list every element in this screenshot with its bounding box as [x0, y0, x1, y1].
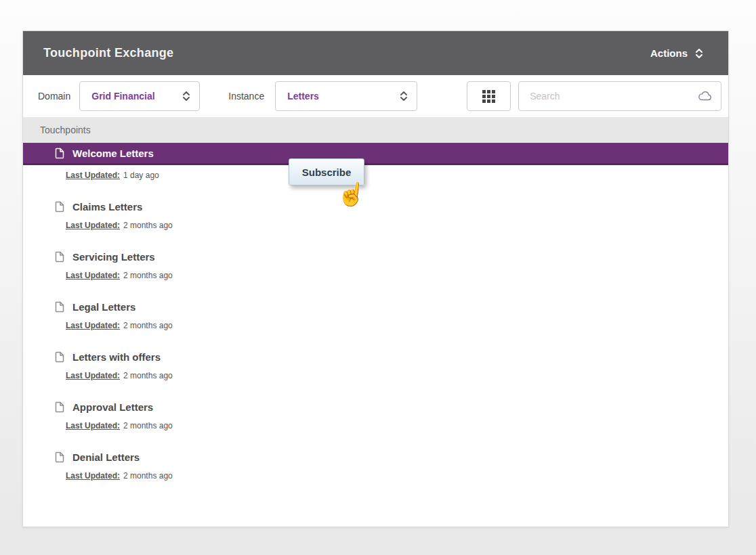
last-updated-label: Last Updated:	[66, 321, 120, 330]
touchpoint-row[interactable]: Approval Letters	[23, 398, 728, 416]
last-updated: Last Updated:2 months ago	[23, 271, 728, 280]
touchpoint-row[interactable]: Servicing Letters	[23, 248, 728, 265]
search-box	[518, 81, 721, 111]
last-updated-label: Last Updated:	[66, 371, 120, 380]
domain-select-value: Grid Financial	[91, 91, 154, 102]
touchpoint-row[interactable]: Legal Letters	[23, 298, 728, 315]
domain-select[interactable]: Grid Financial	[79, 81, 200, 111]
touchpoint-item: Approval Letters Last Updated:2 months a…	[23, 398, 728, 430]
toolbar: Domain Grid Financial Instance Letters	[23, 75, 728, 117]
instance-select-value: Letters	[287, 91, 319, 102]
last-updated-value: 1 day ago	[123, 171, 159, 180]
last-updated-label: Last Updated:	[66, 271, 120, 280]
cloud-icon	[698, 91, 713, 102]
touchpoint-title: Approval Letters	[72, 401, 153, 413]
chevron-up-down-icon	[400, 91, 407, 102]
touchpoint-item: Servicing Letters Last Updated:2 months …	[23, 248, 728, 280]
touchpoint-title: Letters with offers	[72, 351, 161, 363]
instance-label: Instance	[228, 91, 264, 102]
actions-label: Actions	[650, 47, 688, 59]
last-updated-value: 2 months ago	[123, 471, 173, 481]
last-updated: Last Updated:2 months ago	[23, 471, 728, 481]
last-updated-value: 2 months ago	[123, 321, 173, 330]
touchpoint-list: Welcome Letters Last Updated:1 day ago C…	[23, 143, 728, 481]
last-updated: Last Updated:2 months ago	[23, 321, 728, 330]
page-title: Touchpoint Exchange	[43, 46, 173, 60]
touchpoint-item: Denial Letters Last Updated:2 months ago	[23, 448, 728, 481]
document-icon	[55, 201, 64, 213]
section-title: Touchpoints	[40, 125, 91, 135]
last-updated-value: 2 months ago	[123, 421, 173, 430]
last-updated-label: Last Updated:	[66, 221, 120, 230]
subscribe-label: Subscribe	[302, 166, 352, 178]
last-updated: Last Updated:2 months ago	[23, 221, 728, 230]
last-updated: Last Updated:2 months ago	[23, 371, 728, 380]
chevron-up-down-icon	[183, 91, 190, 102]
touchpoint-title: Legal Letters	[72, 301, 135, 313]
touchpoint-row[interactable]: Letters with offers	[23, 348, 728, 365]
grid-icon	[482, 90, 495, 103]
touchpoint-exchange-panel: Touchpoint Exchange Actions Domain Grid …	[22, 30, 729, 527]
actions-menu[interactable]: Actions	[650, 47, 702, 59]
spinner-icon	[696, 48, 702, 59]
grid-view-button[interactable]	[467, 81, 511, 111]
touchpoint-item: Letters with offers Last Updated:2 month…	[23, 348, 728, 380]
document-icon	[55, 148, 64, 159]
document-icon	[55, 351, 64, 363]
touchpoint-title: Servicing Letters	[72, 251, 155, 263]
document-icon	[55, 301, 64, 313]
document-icon	[55, 251, 64, 263]
touchpoint-title: Denial Letters	[72, 451, 140, 463]
touchpoint-row[interactable]: Claims Letters	[23, 198, 728, 215]
last-updated-label: Last Updated:	[66, 171, 120, 180]
touchpoint-title: Claims Letters	[72, 201, 142, 213]
touchpoint-title: Welcome Letters	[72, 148, 154, 159]
last-updated-value: 2 months ago	[123, 221, 173, 230]
last-updated: Last Updated:1 day ago	[23, 171, 728, 180]
panel-header: Touchpoint Exchange Actions	[23, 31, 728, 75]
document-icon	[55, 401, 64, 413]
instance-select[interactable]: Letters	[275, 81, 417, 111]
touchpoint-item: Legal Letters Last Updated:2 months ago	[23, 298, 728, 330]
touchpoint-item: Claims Letters Last Updated:2 months ago	[23, 198, 728, 230]
search-input[interactable]	[518, 81, 721, 111]
touchpoints-section-header: Touchpoints	[23, 117, 728, 143]
last-updated: Last Updated:2 months ago	[23, 421, 728, 430]
last-updated-value: 2 months ago	[123, 371, 173, 380]
last-updated-label: Last Updated:	[66, 471, 120, 481]
last-updated-label: Last Updated:	[66, 421, 120, 430]
document-icon	[55, 451, 64, 463]
touchpoint-row[interactable]: Welcome Letters	[23, 143, 728, 165]
hand-cursor-icon: ☝	[335, 178, 368, 209]
touchpoint-item: Welcome Letters Last Updated:1 day ago	[23, 143, 728, 180]
touchpoint-row[interactable]: Denial Letters	[23, 448, 728, 466]
last-updated-value: 2 months ago	[123, 271, 173, 280]
domain-label: Domain	[38, 91, 70, 102]
